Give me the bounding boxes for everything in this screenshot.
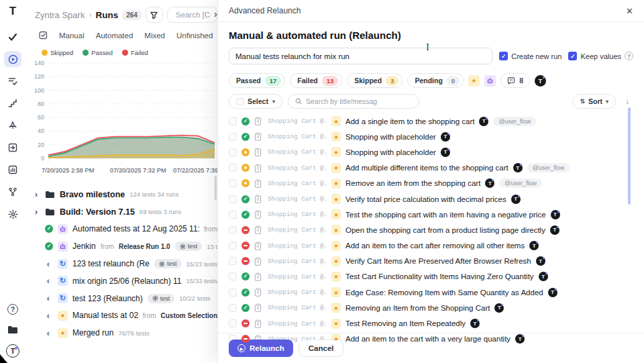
modal-header: Advanced Relaunch ✕ — [218, 0, 644, 22]
filter-skipped-pill[interactable]: Skipped3 — [347, 73, 402, 88]
test-row[interactable]: Shopping Cart @...Verify Cart Items Are … — [229, 254, 633, 269]
test-row[interactable]: Shopping Cart @...Add a single item to t… — [229, 113, 633, 129]
manual-test-icon — [331, 225, 341, 235]
run-row[interactable]: 123 test relaunch (Relaunch)test15/23 te… — [25, 255, 217, 272]
folder-icon — [45, 207, 55, 217]
test-suite: Shopping Cart @... — [268, 133, 327, 140]
test-row[interactable]: Shopping Cart @...Shopping with placehol… — [229, 129, 633, 144]
projects-folder-icon[interactable] — [4, 321, 21, 338]
test-checkbox[interactable] — [229, 211, 237, 219]
clipboard-icon — [254, 288, 263, 297]
test-checkbox[interactable] — [229, 319, 237, 327]
tab-automated[interactable]: Automated — [96, 32, 133, 40]
tab-mixed[interactable]: Mixed — [144, 32, 165, 40]
run-row[interactable]: Manual tests at 02 Aug 2025 13:38fromCus… — [25, 307, 217, 325]
tests-search-input[interactable]: Search by title/messag — [288, 94, 419, 109]
plan-icon[interactable] — [4, 117, 21, 134]
test-row[interactable]: Shopping Cart @...Open the shopping cart… — [229, 222, 633, 238]
test-row[interactable]: Shopping Cart @...Test Cart Functionalit… — [229, 269, 633, 284]
test-row[interactable]: Shopping Cart @...Test the shopping cart… — [229, 207, 633, 222]
branch-icon[interactable] — [4, 184, 21, 200]
test-checkbox[interactable] — [229, 179, 237, 187]
test-checkbox[interactable] — [229, 289, 237, 297]
select-all-icon[interactable] — [39, 31, 48, 40]
select-dropdown[interactable]: Select ▾ — [229, 94, 282, 109]
run-tag-badge: test — [148, 294, 175, 303]
app-logo-icon[interactable]: T — [9, 5, 16, 17]
tasks-check-icon[interactable] — [4, 29, 21, 45]
test-row[interactable]: Shopping Cart @...Add an item to the car… — [229, 238, 633, 254]
run-row[interactable]: Jenkins run (Relaunch)fromRelease Run 1.… — [25, 238, 217, 255]
test-row[interactable]: Shopping Cart @...Shopping with placehol… — [229, 144, 633, 160]
run-row[interactable]: Merged run76/76 tests — [25, 324, 217, 342]
test-row[interactable]: Shopping Cart @...Test Removing an Item … — [229, 315, 633, 331]
clipboard-icon — [254, 148, 263, 156]
test-row[interactable]: Shopping Cart @...Remove an item from th… — [229, 176, 633, 191]
filter-passed-pill[interactable]: Passed17 — [229, 73, 285, 88]
select-checkbox[interactable] — [236, 98, 244, 105]
chevron-right-icon[interactable]: › — [35, 207, 40, 217]
test-row[interactable]: Shopping Cart @...Add multiple different… — [229, 160, 633, 176]
test-checkbox[interactable] — [229, 272, 237, 280]
run-row[interactable]: test 123 (Relaunch)test10/22 tests — [25, 290, 217, 307]
test-checkbox[interactable] — [229, 304, 237, 312]
tab-unfinished[interactable]: Unfinished — [176, 32, 213, 40]
run-name-input[interactable] — [229, 48, 492, 64]
manual-filter-icon[interactable] — [468, 75, 480, 87]
folder-icon — [45, 189, 55, 199]
assignee-avatar: T — [479, 117, 488, 126]
test-tag-badge: @user_flow — [493, 117, 536, 126]
tab-manual[interactable]: Manual — [59, 32, 85, 40]
test-checkbox[interactable] — [229, 164, 237, 172]
test-checkbox[interactable] — [229, 242, 237, 250]
run-folder-row[interactable]: ›Build: Version 7.1569 tests 3 runs — [25, 203, 217, 221]
automated-filter-icon[interactable] — [484, 75, 496, 87]
test-row[interactable]: Shopping Cart @...Verify total price cal… — [229, 191, 633, 207]
sort-direction-button[interactable]: ↓ — [621, 97, 633, 106]
clipboard-icon — [254, 319, 263, 328]
tests-scrollbar[interactable] — [628, 107, 631, 205]
list-controls-row: Select ▾ Search by title/messag ⇅ Sort ▾… — [229, 94, 633, 109]
test-tag-badge: @user_flow — [527, 163, 570, 172]
relaunch-button[interactable]: ▶ Relaunch — [229, 340, 293, 357]
assignee-avatar: T — [513, 163, 523, 172]
run-folder-row[interactable]: ›Bravo milestone124 tests 34 runs — [25, 186, 217, 203]
run-row[interactable]: mix origin 25/06 (Relaunch) 111115/33 te… — [25, 272, 217, 290]
assignee-avatar[interactable]: T — [535, 75, 546, 87]
keep-values-checkbox[interactable]: ✓ Keep values ? — [568, 52, 633, 60]
user-avatar[interactable]: T — [6, 344, 19, 358]
run-row[interactable]: Automated tests at 12 Aug 2025 11:08 (Re… — [25, 221, 217, 238]
runs-search-input[interactable]: Search [C ✕ — [167, 7, 217, 23]
sort-button[interactable]: ⇅ Sort ▾ — [572, 94, 616, 109]
filter-failed-pill[interactable]: Failed13 — [290, 73, 342, 88]
panel-scrollbar[interactable] — [215, 176, 217, 200]
help-tooltip-icon[interactable]: ? — [625, 52, 633, 60]
test-checkbox[interactable] — [229, 226, 237, 234]
chevron-right-icon[interactable]: › — [35, 190, 40, 199]
svg-text:20: 20 — [38, 142, 44, 148]
create-new-run-checkbox[interactable]: ✓ Create new run — [499, 52, 561, 60]
test-row[interactable]: Shopping Cart @...Edge Case: Removing It… — [229, 284, 633, 300]
manual-test-icon — [331, 256, 341, 266]
test-list-icon[interactable] — [4, 73, 21, 89]
test-row[interactable]: Shopping Cart @...Removing an Item from … — [229, 300, 633, 315]
close-icon[interactable]: ✕ — [626, 6, 633, 16]
import-icon[interactable] — [4, 140, 21, 156]
chevron-down-icon: ▾ — [606, 99, 608, 105]
status-progress-icon — [45, 311, 53, 319]
report-icon[interactable] — [4, 162, 21, 178]
steps-icon[interactable] — [4, 95, 21, 111]
help-icon[interactable]: ? — [7, 304, 18, 315]
run-title: Merged run — [72, 328, 113, 338]
runs-play-icon[interactable] — [4, 51, 21, 67]
test-checkbox[interactable] — [229, 257, 237, 265]
breadcrumb-project[interactable]: Zyntra Spark — [35, 10, 85, 20]
test-checkbox[interactable] — [229, 133, 237, 141]
test-checkbox[interactable] — [229, 148, 237, 156]
test-checkbox[interactable] — [229, 195, 237, 203]
filter-button[interactable] — [146, 7, 163, 23]
test-checkbox[interactable] — [229, 117, 237, 125]
settings-gear-icon[interactable] — [4, 206, 21, 222]
filter-pending-pill[interactable]: Pending0 — [407, 73, 464, 88]
comments-filter-pill[interactable]: 8 — [500, 73, 530, 88]
